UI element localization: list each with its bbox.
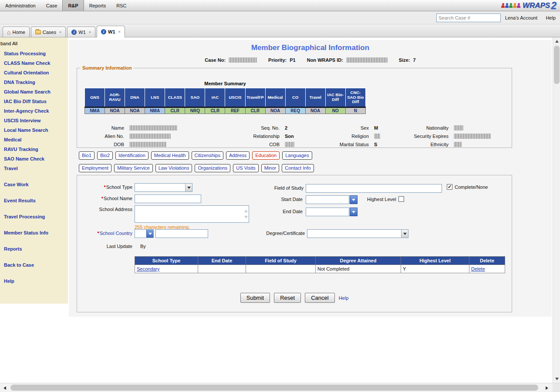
- sidebar-item-case-work[interactable]: Case Work: [0, 180, 68, 189]
- tab-organizations[interactable]: Organizations: [195, 164, 230, 172]
- home-icon: [7, 29, 10, 35]
- religion-value-redacted: [374, 134, 380, 139]
- tab-law-violations[interactable]: Law Violations: [155, 164, 192, 172]
- expand-all-link[interactable]: band All: [0, 37, 68, 49]
- school-type-select[interactable]: [135, 183, 192, 192]
- school-address-textarea[interactable]: [135, 205, 249, 223]
- sidebar-item-travel[interactable]: Travel: [0, 164, 68, 173]
- menu-rsc[interactable]: RSC: [111, 0, 132, 11]
- start-date-input[interactable]: [306, 195, 349, 204]
- education-table: School Type End Date Field of Study Degr…: [135, 256, 505, 273]
- school-country-input[interactable]: [155, 229, 208, 238]
- edu-header-school-type: School Type: [135, 257, 198, 265]
- field-of-study-input[interactable]: [306, 184, 442, 193]
- sidebar-item-sao-name-check[interactable]: SAO Name Check: [0, 154, 68, 164]
- scroll-right-arrow[interactable]: [543, 383, 551, 392]
- tab-bio1[interactable]: Bio1: [79, 151, 94, 160]
- close-icon[interactable]: ×: [118, 30, 121, 34]
- degree-certificate-select[interactable]: [307, 229, 408, 238]
- tab-minor[interactable]: Minor: [261, 164, 280, 172]
- dropdown-arrow-icon[interactable]: [146, 230, 153, 238]
- tab-contact-info[interactable]: Contact Info: [282, 164, 314, 172]
- scroll-left-arrow[interactable]: [0, 383, 9, 392]
- content-panel: Member Biographical Information Case No:…: [69, 40, 552, 317]
- account-link[interactable]: Lena's Account: [505, 15, 537, 20]
- highest-level-checkbox[interactable]: [398, 196, 404, 202]
- help-link-top[interactable]: Help: [546, 15, 556, 20]
- start-date-calendar-button[interactable]: [350, 195, 358, 204]
- summary-header-8: TravelFP: [245, 88, 265, 107]
- sidebar-item-status-processing[interactable]: Status Processing: [0, 49, 68, 58]
- security-expires-value-redacted: [454, 134, 491, 139]
- tab-identification[interactable]: Identification: [115, 151, 148, 160]
- sidebar-item-uscis-interview[interactable]: USCIS Interview: [0, 116, 68, 125]
- edu-row-end-date: [198, 265, 246, 273]
- tab-cases[interactable]: Cases ×: [31, 27, 66, 37]
- search-case-input[interactable]: [436, 13, 501, 22]
- sidebar-item-local-name-search[interactable]: Local Name Search: [0, 125, 68, 135]
- school-type-label: *School Type: [77, 184, 132, 190]
- bio-tabs-row-1: Bio1 Bio2 Identification Medical Health …: [79, 151, 312, 160]
- summary-header-3: LNS: [145, 88, 165, 107]
- sidebar-item-travel-processing[interactable]: Travel Processing: [0, 212, 68, 221]
- tab-citizenships[interactable]: Citizenships: [192, 151, 223, 160]
- cancel-button[interactable]: Cancel: [305, 293, 334, 303]
- menu-case[interactable]: Case: [41, 0, 63, 11]
- school-country-label[interactable]: *School Country: [77, 231, 132, 236]
- security-expires-label: Security Expires: [382, 134, 454, 139]
- sidebar-item-event-results[interactable]: Event Results: [0, 196, 68, 205]
- complete-none-checkbox[interactable]: ✓: [447, 184, 452, 190]
- sidebar-item-class-name-check[interactable]: CLASS Name Check: [0, 58, 68, 68]
- vertical-scrollbar[interactable]: [553, 37, 560, 383]
- close-icon[interactable]: ×: [59, 30, 61, 34]
- menu-administration[interactable]: Administration: [0, 0, 41, 11]
- edu-row-school-type-link[interactable]: Secondary: [137, 266, 160, 271]
- submit-button[interactable]: Submit: [240, 293, 270, 303]
- tab-medical-health[interactable]: Medical Health: [151, 151, 189, 160]
- tab-home[interactable]: Home: [3, 27, 30, 37]
- scroll-down-arrow[interactable]: [553, 375, 560, 383]
- vertical-scrollbar-thumb[interactable]: [554, 46, 560, 84]
- sidebar-item-iac-bio-diff-status[interactable]: IAC Bio Diff Status: [0, 97, 68, 106]
- menu-rp[interactable]: R&P: [62, 0, 84, 11]
- school-country-code-select[interactable]: [135, 229, 154, 238]
- sidebar-item-inter-agency-check[interactable]: Inter-Agency Check: [0, 106, 68, 116]
- summary-status-13: N: [345, 107, 365, 114]
- scroll-up-arrow[interactable]: [553, 37, 560, 45]
- marital-status-label: Marital Status: [317, 142, 374, 147]
- sidebar-item-global-name-search[interactable]: Global Name Search: [0, 87, 68, 97]
- form-help-link[interactable]: Help: [339, 295, 349, 301]
- dropdown-arrow-icon[interactable]: [185, 184, 192, 191]
- dropdown-arrow-icon[interactable]: [401, 230, 408, 238]
- sidebar-item-ravu-tracking[interactable]: RAVU Tracking: [0, 144, 68, 154]
- sidebar-item-dna-tracking[interactable]: DNA Tracking: [0, 77, 68, 87]
- summary-status-9: NOA: [265, 107, 285, 114]
- tab-bio2[interactable]: Bio2: [97, 151, 113, 160]
- menu-reports[interactable]: Reports: [84, 0, 111, 11]
- sidebar-item-reports[interactable]: Reports: [0, 244, 68, 254]
- end-date-input[interactable]: [306, 208, 349, 216]
- tab-military-service[interactable]: Military Service: [114, 164, 153, 172]
- sidebar-item-cultural-orientation[interactable]: Cultural Orientation: [0, 68, 68, 77]
- horizontal-scrollbar[interactable]: [0, 383, 560, 392]
- end-date-calendar-button[interactable]: [350, 208, 358, 216]
- close-icon[interactable]: ×: [89, 30, 91, 34]
- edu-row-delete-link[interactable]: Delete: [471, 266, 485, 271]
- edu-header-field-of-study: Field of Study: [246, 257, 316, 265]
- school-name-input[interactable]: [135, 194, 201, 203]
- tab-us-visits[interactable]: US Visits: [233, 164, 258, 172]
- reset-button[interactable]: Reset: [274, 293, 301, 303]
- horizontal-scrollbar-thumb[interactable]: [10, 385, 538, 391]
- tab-employment[interactable]: Employment: [79, 164, 111, 172]
- info-icon: [71, 30, 77, 35]
- tab-w1-active[interactable]: W1 ×: [97, 26, 125, 37]
- sidebar-item-help[interactable]: Help: [0, 276, 68, 286]
- non-wraps-id-label: Non WRAPS ID:: [307, 57, 343, 63]
- tab-languages[interactable]: Languages: [282, 151, 312, 160]
- tab-w1-first[interactable]: W1 ×: [67, 27, 95, 37]
- sidebar-item-member-status-info[interactable]: Member Status Info: [0, 228, 68, 238]
- sidebar-item-back-to-case[interactable]: Back to Case: [0, 260, 68, 270]
- tab-address[interactable]: Address: [226, 151, 250, 160]
- sidebar-item-medical[interactable]: Medical: [0, 135, 68, 144]
- tab-education[interactable]: Education: [252, 151, 280, 160]
